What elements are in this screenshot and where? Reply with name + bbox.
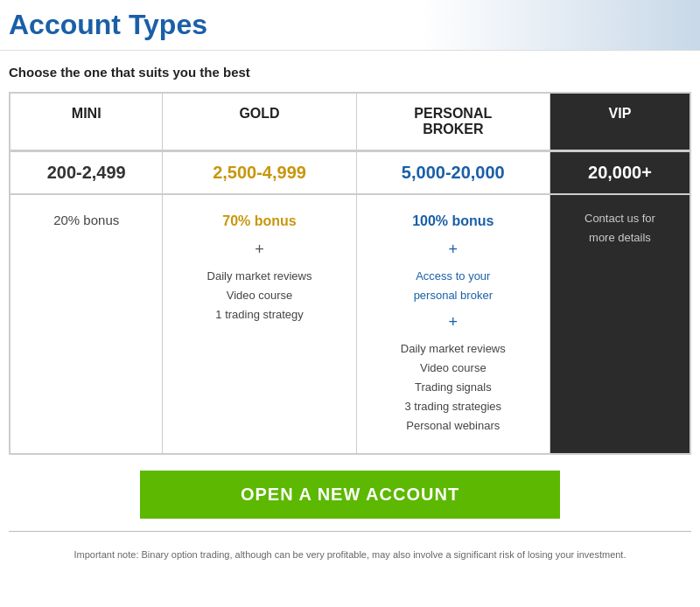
broker-feature-1: Daily market reviews [401, 342, 506, 355]
range-gold: 2,500-4,999 [163, 150, 356, 195]
broker-bonus: 100% bonus [412, 213, 494, 228]
main-content: Choose the one that suits you the best M… [0, 51, 700, 574]
page-title: Account Types [9, 9, 682, 41]
comparison-table: MINI GOLD PERSONAL BROKER VIP [10, 93, 690, 454]
broker-plus-2: + [366, 309, 541, 336]
col-header-gold: GOLD [163, 94, 356, 150]
table-header-row: MINI GOLD PERSONAL BROKER VIP [10, 94, 690, 150]
col-header-vip: VIP [550, 94, 690, 150]
col-header-mini: MINI [10, 94, 163, 150]
range-row: 200-2,499 2,500-4,999 5,000-20,000 20,00… [10, 150, 690, 195]
open-account-button[interactable]: OPEN A NEW ACCOUNT [140, 471, 560, 519]
broker-link: Access to yourpersonal broker [414, 269, 493, 302]
gold-feature-1: Daily market reviews [207, 269, 312, 283]
vip-contact: Contact us for more details [584, 212, 655, 244]
features-mini: 20% bonus [10, 195, 163, 454]
range-mini: 200-2,499 [10, 150, 163, 195]
col-header-personal-broker: PERSONAL BROKER [356, 94, 550, 150]
page-subtitle: Choose the one that suits you the best [9, 65, 691, 80]
gold-feature-3: 1 trading strategy [215, 308, 303, 321]
features-row: 20% bonus 70% bonus + Daily market revie… [10, 195, 690, 454]
broker-feature-5: Personal webinars [406, 419, 500, 432]
gold-plus: + [172, 236, 346, 263]
footnote: Important note: Binary option trading, a… [9, 541, 691, 565]
account-types-table: MINI GOLD PERSONAL BROKER VIP [9, 92, 691, 455]
range-vip: 20,000+ [550, 150, 690, 195]
features-gold: 70% bonus + Daily market reviews Video c… [163, 195, 356, 454]
broker-feature-3: Trading signals [415, 380, 492, 394]
broker-plus-1: + [366, 236, 541, 263]
gold-bonus: 70% bonus [222, 213, 296, 228]
gold-feature-2: Video course [227, 289, 293, 302]
page-header: Account Types [0, 0, 700, 51]
mini-bonus: 20% bonus [53, 213, 119, 227]
broker-feature-4: 3 trading strategies [405, 400, 502, 413]
cta-section: OPEN A NEW ACCOUNT [9, 455, 691, 529]
features-broker: 100% bonus + Access to yourpersonal brok… [356, 195, 550, 454]
divider [9, 531, 691, 532]
range-broker: 5,000-20,000 [356, 150, 550, 195]
broker-feature-2: Video course [420, 361, 486, 374]
features-vip: Contact us for more details [550, 195, 690, 454]
